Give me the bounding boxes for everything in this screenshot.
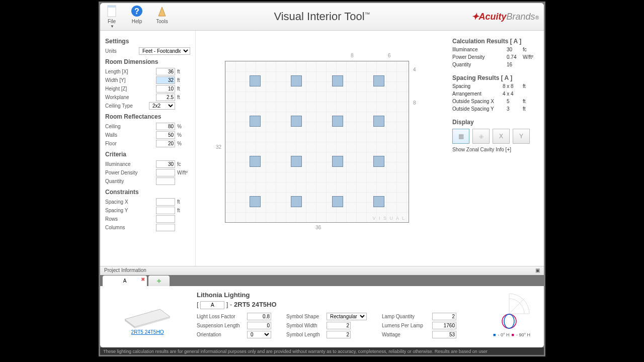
project-info-bar[interactable]: Project Information ▣	[100, 266, 544, 275]
luminaire-model: [ ] - 2RT5 24T5HO	[197, 301, 477, 309]
footer-disclaimer: These lighting calculation results are f…	[100, 347, 544, 355]
help-label: Help	[132, 19, 142, 24]
constraints-header: Constraints	[105, 189, 190, 196]
luminaire-brand: Lithonia Lighting	[197, 291, 477, 299]
y-icon: Y	[519, 133, 523, 140]
spacing-y-input[interactable]	[156, 207, 175, 214]
disp-x-button[interactable]: X	[493, 129, 510, 144]
help-menu[interactable]: ? Help	[130, 5, 143, 29]
symbol-length-input[interactable]	[327, 331, 351, 338]
illuminance-input[interactable]	[156, 160, 175, 168]
zonal-cavity-link[interactable]: Show Zonal Cavity Info [+]	[452, 147, 539, 152]
dim-right-b: 8	[413, 100, 416, 106]
file-icon	[105, 5, 118, 18]
fixture[interactable]	[250, 116, 261, 127]
suspension-input[interactable]	[247, 322, 271, 329]
dim-top-a: 8	[351, 53, 354, 58]
units-select[interactable]: Feet - Footcandles	[139, 47, 190, 55]
symbol-width-input[interactable]	[327, 322, 351, 329]
svg-rect-1	[108, 6, 116, 8]
settings-panel: Settings UnitsFeet - Footcandles Room Di…	[100, 31, 196, 266]
workplane-input[interactable]	[156, 94, 175, 101]
file-menu[interactable]: File▼	[105, 5, 118, 29]
shape-select[interactable]: Rectangular	[327, 313, 367, 320]
help-icon: ?	[130, 5, 143, 18]
lumens-input[interactable]	[432, 322, 456, 329]
fixture[interactable]	[373, 156, 384, 167]
tab-add[interactable]: ＋	[148, 276, 170, 286]
units-label: Units	[105, 48, 139, 54]
display-header: Display	[452, 119, 539, 126]
fixture[interactable]	[291, 75, 302, 86]
wattage-input[interactable]	[432, 331, 456, 338]
reflectances-header: Room Reflectances	[105, 113, 190, 120]
disp-grid-button[interactable]: ▦	[452, 129, 469, 144]
luminaire-image: 2RT5 24T5HO	[107, 291, 188, 342]
power-density-input[interactable]	[156, 169, 175, 176]
room-dim-header: Room Dimensions	[105, 58, 190, 65]
fixture[interactable]	[373, 116, 384, 127]
fixture[interactable]	[332, 156, 343, 167]
walls-refl-input[interactable]	[156, 131, 175, 139]
dim-width: 36	[315, 225, 321, 230]
plus-icon: ＋	[155, 277, 163, 286]
luminaire-panel: 2RT5 24T5HO Lithonia Lighting [ ] - 2RT5…	[100, 286, 544, 347]
fixture[interactable]	[332, 116, 343, 127]
rows-input[interactable]	[156, 215, 175, 223]
settings-header: Settings	[105, 38, 190, 45]
spacing-results-header: Spacing Results [ A ]	[452, 74, 539, 81]
fixture[interactable]	[291, 156, 302, 167]
project-info-label: Project Information	[104, 267, 146, 274]
close-icon[interactable]: ✖	[141, 277, 145, 282]
dim-height: 32	[216, 144, 221, 150]
ceiling-refl-input[interactable]	[156, 123, 175, 130]
brand-logo: ✦AcuityBrands®	[471, 11, 539, 22]
luminaire-code-input[interactable]	[200, 301, 224, 309]
columns-input[interactable]	[156, 224, 175, 231]
tools-icon	[155, 5, 169, 18]
llf-input[interactable]	[247, 313, 271, 320]
toolbar: File▼ ? Help Tools Visual Interior Tool™…	[100, 3, 544, 31]
room-plan[interactable]: V I S U A L	[225, 61, 409, 223]
fixture[interactable]	[332, 196, 343, 207]
lamp-qty-input[interactable]	[432, 313, 456, 320]
fixture[interactable]	[373, 75, 384, 86]
results-panel: Calculation Results [ A ] Illuminance30f…	[447, 31, 544, 266]
ceiling-type-select[interactable]: 2x2	[149, 102, 175, 110]
fixture[interactable]	[291, 196, 302, 207]
fixture[interactable]	[373, 196, 384, 207]
fixture[interactable]	[250, 196, 261, 207]
file-label: File	[108, 19, 116, 24]
disp-y-button[interactable]: Y	[513, 129, 530, 144]
dim-right-a: 4	[413, 67, 416, 72]
canvas-watermark: V I S U A L	[372, 216, 406, 221]
floor-refl-input[interactable]	[156, 140, 175, 147]
photometry-diagram: ■- 0° H■- 90° H	[487, 291, 537, 342]
spacing-x-input[interactable]	[156, 198, 175, 206]
quantity-input[interactable]	[156, 177, 175, 185]
tools-label: Tools	[156, 19, 168, 24]
dim-top-b: 6	[388, 53, 391, 58]
expand-icon[interactable]: ▣	[535, 267, 540, 274]
tools-menu[interactable]: Tools	[155, 5, 169, 29]
room-canvas-area: 32 36 8 6 4 8 V I S U A L	[196, 31, 447, 266]
luminaire-tabs: A✖ ＋	[100, 275, 544, 286]
svg-text:?: ?	[134, 7, 139, 16]
fixture[interactable]	[250, 156, 261, 167]
orientation-select[interactable]: 0	[247, 331, 271, 338]
tab-a[interactable]: A✖	[103, 276, 147, 286]
calc-results-header: Calculation Results [ A ]	[452, 38, 539, 45]
cube-icon: ◈	[479, 133, 484, 140]
fixture[interactable]	[291, 116, 302, 127]
criteria-header: Criteria	[105, 151, 190, 158]
svg-point-11	[504, 314, 514, 328]
fixture[interactable]	[250, 75, 261, 86]
luminaire-link[interactable]: 2RT5 24T5HO	[131, 329, 164, 335]
disp-3d-button[interactable]: ◈	[472, 129, 490, 144]
length-input[interactable]	[156, 68, 175, 75]
width-input[interactable]	[156, 76, 175, 84]
x-icon: X	[499, 133, 503, 140]
fixture[interactable]	[332, 75, 343, 86]
grid-icon: ▦	[458, 133, 464, 140]
height-input[interactable]	[156, 85, 175, 93]
